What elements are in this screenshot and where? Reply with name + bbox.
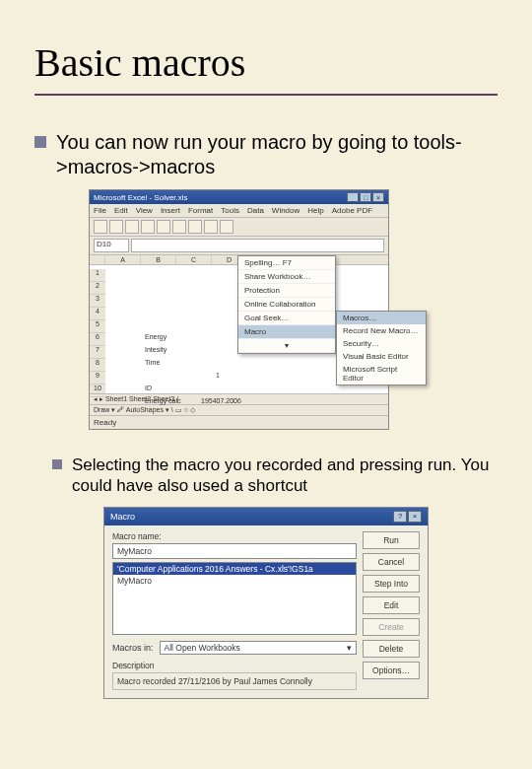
smi-vbe[interactable]: Visual Basic Editor: [337, 350, 426, 363]
cancel-button[interactable]: Cancel: [363, 553, 420, 571]
create-button[interactable]: Create: [363, 618, 420, 636]
toolbar-button[interactable]: [125, 220, 139, 234]
smi-security[interactable]: Security…: [337, 337, 426, 350]
menu-file[interactable]: File: [94, 206, 106, 215]
maximize-icon[interactable]: □: [360, 192, 371, 202]
col-a[interactable]: A: [105, 255, 141, 264]
macros-in-select[interactable]: All Open Workbooks ▾: [160, 641, 357, 655]
menu-insert[interactable]: Insert: [161, 206, 180, 215]
mi-share[interactable]: Share Workbook…: [238, 270, 335, 284]
macros-in-label: Macros in:: [112, 643, 154, 653]
row-h[interactable]: 6: [90, 333, 105, 346]
description-area: Description Macro recorded 27/11/2106 by…: [112, 661, 357, 690]
minimize-icon[interactable]: _: [347, 192, 359, 202]
toolbar-button[interactable]: [109, 220, 123, 234]
row-h[interactable]: 4: [90, 308, 105, 320]
toolbar-button[interactable]: [141, 220, 155, 234]
row-h[interactable]: 3: [90, 295, 105, 308]
macro-submenu: Macros… Record New Macro… Security… Visu…: [336, 311, 427, 385]
step-into-button[interactable]: Step Into: [363, 575, 420, 593]
tools-menu-popup: Spelling… F7 Share Workbook… Protection …: [237, 255, 336, 354]
macros-in-row: Macros in: All Open Workbooks ▾: [112, 641, 357, 655]
bullet-2-text: Selecting the macro you recorded and pre…: [72, 454, 498, 497]
cell[interactable]: 195407.2006: [199, 397, 241, 404]
help-icon[interactable]: ?: [393, 511, 407, 523]
menu-format[interactable]: Format: [188, 206, 213, 215]
excel-body: A B C D E F 1 2 3 4 5 6 7 8 9 10: [90, 255, 388, 393]
toolbar-button[interactable]: [172, 220, 186, 234]
dialog-window-buttons: ? ×: [393, 511, 422, 523]
macros-in-value: All Open Workbooks: [165, 643, 240, 653]
name-box[interactable]: D10: [94, 239, 129, 252]
bullet-1-text: You can now run your macro by going to t…: [56, 130, 498, 179]
mi-spelling[interactable]: Spelling… F7: [238, 256, 335, 270]
col-c[interactable]: C: [176, 255, 212, 264]
cell[interactable]: 1: [214, 372, 220, 379]
cell[interactable]: Energy calc: [143, 397, 181, 404]
dialog-buttons: Run Cancel Step Into Edit Create Delete …: [363, 531, 420, 690]
description-label: Description: [112, 661, 357, 670]
menu-help[interactable]: Help: [307, 206, 323, 215]
status-bar: Ready: [90, 415, 388, 429]
dialog-title: Macro: [110, 512, 135, 522]
row-h[interactable]: 5: [90, 320, 105, 333]
row-h[interactable]: 1: [90, 269, 105, 282]
row-h[interactable]: 8: [90, 359, 105, 372]
macro-name-label: Macro name:: [112, 531, 357, 541]
row-h[interactable]: 9: [90, 372, 105, 384]
excel-title-text: Microsoft Excel - Solver.xls: [94, 193, 188, 202]
menu-edit[interactable]: Edit: [114, 206, 128, 215]
list-item[interactable]: 'Computer Applications 2016 Answers - Cx…: [113, 563, 356, 575]
smi-macros[interactable]: Macros…: [337, 312, 426, 324]
toolbar-button[interactable]: [94, 220, 107, 234]
macro-list[interactable]: 'Computer Applications 2016 Answers - Cx…: [112, 562, 357, 635]
col-b[interactable]: B: [141, 255, 176, 264]
row-h[interactable]: 10: [90, 384, 105, 397]
smi-mse[interactable]: Microsoft Script Editor: [337, 363, 426, 384]
menu-adobe[interactable]: Adobe PDF: [332, 206, 372, 215]
cell[interactable]: ID: [143, 384, 152, 391]
dialog-titlebar: Macro ? ×: [104, 508, 428, 525]
macro-name-input[interactable]: MyMacro: [112, 543, 357, 559]
run-button[interactable]: Run: [363, 531, 420, 549]
formula-input[interactable]: [131, 239, 384, 252]
close-icon[interactable]: ×: [408, 511, 422, 523]
cell[interactable]: Intesity: [143, 346, 166, 353]
close-icon[interactable]: ×: [372, 192, 384, 202]
cell[interactable]: Energy: [143, 333, 166, 340]
row-headers: 1 2 3 4 5 6 7 8 9 10: [90, 269, 105, 393]
excel-formula-bar: D10: [90, 237, 388, 255]
mi-online[interactable]: Online Collaboration: [238, 298, 335, 312]
slide: Basic macros You can now run your macro …: [0, 0, 532, 743]
menu-window[interactable]: Window: [272, 206, 299, 215]
toolbar-button[interactable]: [220, 220, 233, 234]
toolbar-button[interactable]: [157, 220, 170, 234]
menu-view[interactable]: View: [136, 206, 153, 215]
description-text: Macro recorded 27/11/2106 by Paul James …: [112, 672, 357, 690]
toolbar-button[interactable]: [204, 220, 218, 234]
excel-screenshot: Microsoft Excel - Solver.xls _ □ × File …: [89, 189, 389, 430]
row-h[interactable]: 2: [90, 282, 105, 295]
bullet-square-icon: [34, 136, 46, 148]
edit-button[interactable]: Edit: [363, 596, 420, 614]
toolbar-button[interactable]: [188, 220, 202, 234]
list-item[interactable]: MyMacro: [113, 575, 356, 587]
smi-record[interactable]: Record New Macro…: [337, 324, 426, 337]
slide-title: Basic macros: [34, 39, 498, 96]
bullet-1: You can now run your macro by going to t…: [34, 130, 498, 179]
row-h[interactable]: 7: [90, 346, 105, 359]
menu-data[interactable]: Data: [247, 206, 264, 215]
mi-protection[interactable]: Protection: [238, 284, 335, 298]
cell[interactable]: Time: [143, 359, 160, 366]
bullet-2: Selecting the macro you recorded and pre…: [52, 454, 498, 497]
menu-tools[interactable]: Tools: [221, 206, 239, 215]
mi-macro[interactable]: Macro: [238, 325, 335, 339]
mi-goalseek[interactable]: Goal Seek…: [238, 312, 335, 325]
draw-toolbar[interactable]: Draw ▾ 🖉 AutoShapes ▾ \ ▭ ○ ◇: [90, 404, 388, 415]
bullet-square-icon: [52, 459, 62, 469]
chevron-down-icon: ▾: [347, 643, 352, 653]
dialog-left: Macro name: MyMacro 'Computer Applicatio…: [112, 531, 357, 690]
options-button[interactable]: Options…: [363, 662, 420, 679]
mi-expand[interactable]: ▾: [238, 339, 335, 353]
delete-button[interactable]: Delete: [363, 640, 420, 658]
